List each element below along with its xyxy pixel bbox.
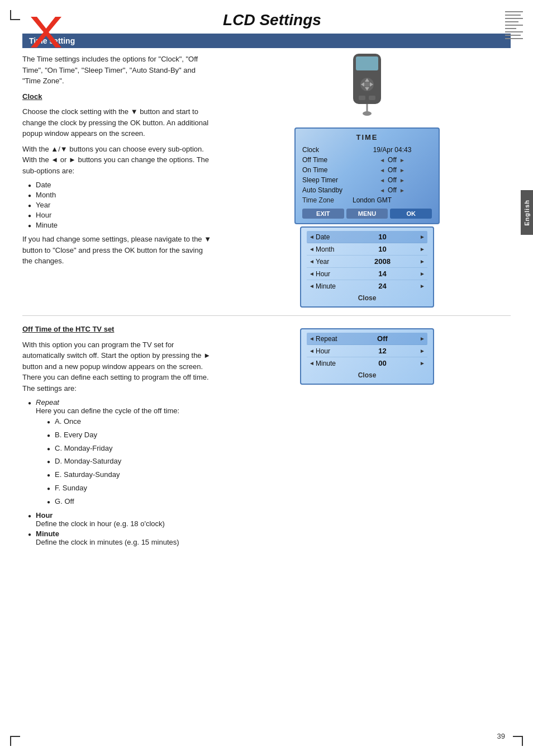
dt-left-arrow: ◄	[308, 246, 316, 252]
minute-label: Minute	[36, 530, 59, 538]
svg-rect-9	[359, 96, 365, 100]
repeat-option: C. Monday-Friday	[47, 443, 179, 455]
offtime-right-arrow: ►	[399, 157, 405, 163]
time-menu-panel: TIME Clock 19/Apr 04:43 Off Time ◄ Off ►…	[294, 127, 440, 224]
ot-right-arrow: ►	[418, 336, 426, 342]
dt-right-arrow: ►	[418, 283, 426, 289]
dt-left-arrow: ◄	[308, 271, 316, 277]
page-header: LCD Settings	[22, 11, 511, 29]
repeat-option: G. Off	[47, 496, 179, 508]
off-minute-section: Minute Define the clock in minutes (e.g.…	[36, 530, 179, 546]
svg-marker-0	[31, 17, 61, 48]
offtime-val: Off	[388, 156, 397, 164]
off-time-two-col: Off Time of the HTC TV set With this opt…	[22, 324, 511, 551]
datetime-row: ◄ Hour 14 ►	[307, 268, 427, 280]
off-time-settings-list: Repeat Here you can define the cycle of …	[28, 398, 212, 546]
dt-right-arrow: ►	[418, 271, 426, 277]
intro-left: The Time settings includes the options f…	[22, 54, 212, 308]
section-header-time: Time setting	[22, 34, 511, 48]
right-lines-decoration	[505, 11, 523, 39]
dt-value: 14	[346, 270, 418, 278]
dt-label: Minute	[316, 282, 346, 290]
minute-desc: Define the clock in minutes (e.g. 15 min…	[36, 538, 179, 546]
svg-rect-10	[369, 96, 375, 100]
svg-point-8	[364, 82, 370, 87]
clock-para1: Choose the clock setting with the ▼ butt…	[22, 106, 212, 139]
off-time-heading-text: Off Time of the HTC TV set	[22, 325, 114, 333]
dt-value: 2008	[346, 257, 418, 266]
ot-left-arrow: ◄	[308, 348, 316, 354]
intro-section: The Time settings includes the options f…	[22, 54, 511, 308]
ok-button[interactable]: OK	[390, 209, 432, 219]
tz-menu-value: London GMT	[353, 196, 392, 204]
hour-desc: Define the clock in hour (e.g. 18 o'cloc…	[36, 519, 165, 528]
ontime-menu-label: On Time	[302, 166, 353, 174]
list-item-month: Month	[28, 191, 212, 199]
repeat-option: A. Once	[47, 416, 179, 428]
off-time-heading: Off Time of the HTC TV set	[22, 324, 212, 335]
offtime-row: ◄ Minute 00 ►	[307, 357, 427, 369]
dt-label: Year	[316, 258, 346, 266]
time-menu-auto-row: Auto Standby ◄ Off ►	[302, 185, 432, 195]
corner-decoration-tl	[10, 10, 20, 20]
repeat-option: D. Monday-Saturday	[47, 456, 179, 467]
dt-label: Date	[316, 233, 346, 241]
sleep-menu-label: Sleep Timer	[302, 176, 353, 184]
time-menu-offtime-row: Off Time ◄ Off ►	[302, 155, 432, 165]
dt-right-arrow: ►	[418, 258, 426, 264]
intro-right: TIME Clock 19/Apr 04:43 Off Time ◄ Off ►…	[223, 54, 511, 308]
datetime-row: ◄ Date 10 ►	[307, 231, 427, 243]
dt-value: 10	[346, 245, 418, 253]
ot-value: 12	[346, 347, 418, 355]
ot-value: Off	[346, 334, 418, 343]
section-divider	[22, 315, 511, 316]
datetime-row: ◄ Month 10 ►	[307, 243, 427, 256]
datetime-popup: ◄ Date 10 ► ◄ Month 10 ► ◄ Year 2008 ► ◄…	[300, 226, 434, 308]
menu-button[interactable]: MENU	[346, 209, 388, 219]
repeat-section: Repeat Here you can define the cycle of …	[36, 398, 179, 509]
datetime-row: ◄ Year 2008 ►	[307, 256, 427, 268]
time-menu-tz-row: Time Zone London GMT	[302, 195, 432, 205]
list-item-repeat: Repeat Here you can define the cycle of …	[28, 398, 212, 509]
datetime-close-label: Close	[307, 292, 427, 303]
off-time-para1: With this option you can program the TV …	[22, 339, 212, 394]
clock-para2: With the ▲/▼ buttons you can choose ever…	[22, 144, 212, 177]
repeat-option: F. Sunday	[47, 483, 179, 494]
repeat-option: B. Every Day	[47, 429, 179, 441]
page-title: LCD Settings	[34, 11, 511, 29]
hour-label: Hour	[36, 511, 53, 519]
offtime-menu-label: Off Time	[302, 156, 353, 164]
offtime-popup: ◄ Repeat Off ► ◄ Hour 12 ► ◄ Minute 00 ►…	[300, 328, 434, 385]
off-hour-section: Hour Define the clock in hour (e.g. 18 o…	[36, 511, 165, 528]
ot-right-arrow: ►	[418, 348, 426, 354]
repeat-option: E. Saturday-Sunday	[47, 469, 179, 481]
corner-decoration-br	[513, 736, 523, 746]
ot-left-arrow: ◄	[308, 336, 316, 342]
offtime-menu-value: ◄ Off ►	[353, 156, 432, 164]
intro-paragraph: The Time settings includes the options f…	[22, 54, 212, 87]
time-menu-sleep-row: Sleep Timer ◄ Off ►	[302, 175, 432, 185]
clock-menu-label: Clock	[302, 146, 353, 154]
dt-left-arrow: ◄	[308, 234, 316, 240]
repeat-label: Repeat	[36, 398, 59, 407]
clock-heading: Clock	[22, 91, 212, 102]
off-time-right: ◄ Repeat Off ► ◄ Hour 12 ► ◄ Minute 00 ►…	[223, 324, 511, 551]
offtime-left-arrow: ◄	[379, 157, 385, 163]
ot-left-arrow: ◄	[308, 360, 316, 366]
offtime-rows: ◄ Repeat Off ► ◄ Hour 12 ► ◄ Minute 00 ►	[307, 333, 427, 369]
clock-menu-value: 19/Apr 04:43	[353, 146, 432, 154]
exit-button[interactable]: EXIT	[302, 209, 344, 219]
list-item-minute: Minute	[28, 221, 212, 229]
list-item-date: Date	[28, 181, 212, 189]
clock-suboptions-list: Date Month Year Hour Minute	[28, 181, 212, 229]
page-number: 39	[497, 732, 505, 740]
clock-heading-text: Clock	[22, 92, 42, 101]
time-panel-header: TIME	[302, 133, 432, 141]
corner-decoration-bl	[10, 736, 20, 746]
dt-value: 24	[346, 282, 418, 290]
ontime-menu-value: ◄ Off ►	[353, 166, 432, 174]
repeat-options-list: A. OnceB. Every DayC. Monday-FridayD. Mo…	[47, 416, 179, 508]
datetime-row: ◄ Minute 24 ►	[307, 280, 427, 292]
sleep-menu-value: ◄ Off ►	[353, 176, 432, 184]
offtime-row: ◄ Hour 12 ►	[307, 345, 427, 357]
